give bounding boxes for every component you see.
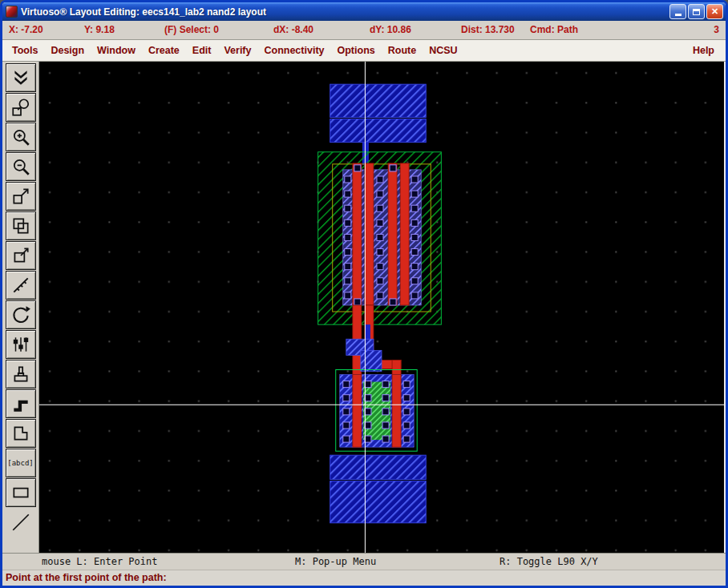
- properties-icon[interactable]: [6, 330, 36, 359]
- layout-canvas-area[interactable]: [39, 62, 726, 553]
- status-x: X: -7.20: [9, 24, 43, 35]
- menu-edit[interactable]: Edit: [192, 45, 212, 56]
- ruler-icon[interactable]: [6, 271, 36, 300]
- copy-icon[interactable]: [6, 211, 36, 240]
- close-button[interactable]: ✕: [706, 4, 723, 19]
- zoom-to-selected-icon[interactable]: [6, 93, 36, 122]
- hint-middle-button: M: Pop-up Menu: [295, 556, 376, 567]
- gnd-metal-rects: [330, 455, 427, 523]
- menu-bar: Tools Design Window Create Edit Verify C…: [2, 40, 726, 62]
- hint-right-button: R: Toggle L90 X/Y: [499, 556, 598, 567]
- window-title: Virtuoso® Layout Editing: eecs141_lab2 n…: [21, 6, 669, 18]
- diagonal-line-icon[interactable]: [6, 508, 36, 537]
- status-count: 3: [714, 24, 719, 35]
- menu-create[interactable]: Create: [148, 45, 180, 56]
- nmos-block: [336, 370, 417, 452]
- menu-window[interactable]: Window: [97, 45, 135, 56]
- mouse-hint-bar: mouse L: Enter Point M: Pop-up Menu R: T…: [2, 553, 726, 570]
- label-icon[interactable]: [abcd]: [6, 449, 36, 477]
- maximize-button[interactable]: [688, 4, 705, 19]
- path-icon[interactable]: [6, 389, 36, 418]
- descend-icon[interactable]: [6, 63, 36, 92]
- rotate-icon[interactable]: [6, 300, 36, 329]
- polygon-icon[interactable]: [6, 419, 36, 448]
- status-select: (F) Select: 0: [164, 24, 219, 35]
- title-bar[interactable]: Virtuoso® Layout Editing: eecs141_lab2 n…: [2, 2, 726, 21]
- menu-ncsu[interactable]: NCSU: [429, 45, 457, 56]
- left-toolbar: [abcd]: [2, 62, 39, 553]
- rectangle-icon[interactable]: [6, 478, 36, 507]
- status-dx: dX: -8.40: [273, 24, 313, 35]
- maximize-icon: [693, 9, 700, 15]
- nand2-layout-drawing[interactable]: [39, 62, 724, 553]
- menu-options[interactable]: Options: [338, 45, 375, 56]
- menu-tools[interactable]: Tools: [12, 45, 38, 56]
- hint-left-button: mouse L: Enter Point: [42, 556, 158, 567]
- status-y: Y: 9.18: [84, 24, 115, 35]
- status-cmd: Cmd: Path: [530, 24, 578, 35]
- zoom-in-icon[interactable]: [6, 123, 36, 151]
- menu-help[interactable]: Help: [693, 45, 714, 56]
- minimize-button[interactable]: [669, 4, 686, 19]
- virtuoso-window: Virtuoso® Layout Editing: eecs141_lab2 n…: [0, 0, 728, 588]
- move-icon[interactable]: [6, 241, 36, 270]
- pmos-block: [318, 152, 442, 324]
- prompt-line: Point at the first point of the path:: [2, 570, 726, 586]
- menu-design[interactable]: Design: [51, 45, 84, 56]
- stretch-icon[interactable]: [6, 182, 36, 211]
- zoom-out-icon[interactable]: [6, 152, 36, 181]
- status-dist: Dist: 13.730: [461, 24, 515, 35]
- close-icon: ✕: [711, 7, 718, 16]
- status-strip: X: -7.20 Y: 9.18 (F) Select: 0 dX: -8.40…: [2, 21, 726, 40]
- instance-icon[interactable]: [6, 360, 36, 389]
- status-dy: dY: 10.86: [370, 24, 411, 35]
- menu-verify[interactable]: Verify: [224, 45, 251, 56]
- minimize-icon: [675, 14, 681, 16]
- menu-route[interactable]: Route: [388, 45, 416, 56]
- app-icon: [6, 6, 18, 18]
- menu-connectivity[interactable]: Connectivity: [264, 45, 324, 56]
